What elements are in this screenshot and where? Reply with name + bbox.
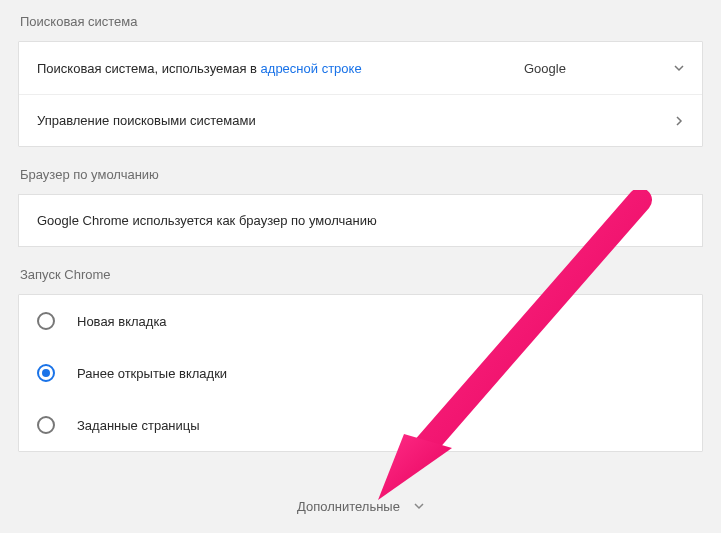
- manage-engines-row[interactable]: Управление поисковыми системами: [19, 94, 702, 146]
- on-startup-title: Запуск Chrome: [18, 263, 703, 294]
- default-browser-message: Google Chrome используется как браузер п…: [18, 194, 703, 247]
- advanced-label: Дополнительные: [297, 499, 400, 514]
- chevron-right-icon: [674, 116, 684, 126]
- search-engine-row[interactable]: Поисковая система, используемая в адресн…: [19, 42, 702, 94]
- chevron-down-icon: [414, 499, 424, 514]
- radio-button[interactable]: [37, 416, 55, 434]
- search-engine-dropdown[interactable]: Google: [524, 61, 684, 76]
- address-bar-link[interactable]: адресной строке: [261, 61, 362, 76]
- on-startup-card: Новая вкладкаРанее открытые вкладкиЗадан…: [18, 294, 703, 452]
- radio-button[interactable]: [37, 364, 55, 382]
- startup-option-label: Заданные страницы: [77, 418, 200, 433]
- chevron-down-icon: [674, 61, 684, 76]
- search-engine-row-label: Поисковая система, используемая в адресн…: [37, 61, 524, 76]
- search-engine-card: Поисковая система, используемая в адресн…: [18, 41, 703, 147]
- startup-option[interactable]: Ранее открытые вкладки: [19, 347, 702, 399]
- manage-engines-label: Управление поисковыми системами: [37, 113, 664, 128]
- startup-option-label: Новая вкладка: [77, 314, 167, 329]
- default-browser-section: Браузер по умолчанию Google Chrome испол…: [18, 163, 703, 247]
- startup-option[interactable]: Заданные страницы: [19, 399, 702, 451]
- startup-option-label: Ранее открытые вкладки: [77, 366, 227, 381]
- startup-option[interactable]: Новая вкладка: [19, 295, 702, 347]
- search-engine-section: Поисковая система Поисковая система, исп…: [18, 10, 703, 147]
- on-startup-section: Запуск Chrome Новая вкладкаРанее открыты…: [18, 263, 703, 452]
- advanced-toggle[interactable]: Дополнительные: [0, 489, 721, 523]
- radio-button[interactable]: [37, 312, 55, 330]
- selected-engine-value: Google: [524, 61, 566, 76]
- search-engine-title: Поисковая система: [18, 10, 703, 41]
- default-browser-title: Браузер по умолчанию: [18, 163, 703, 194]
- search-engine-prefix: Поисковая система, используемая в: [37, 61, 261, 76]
